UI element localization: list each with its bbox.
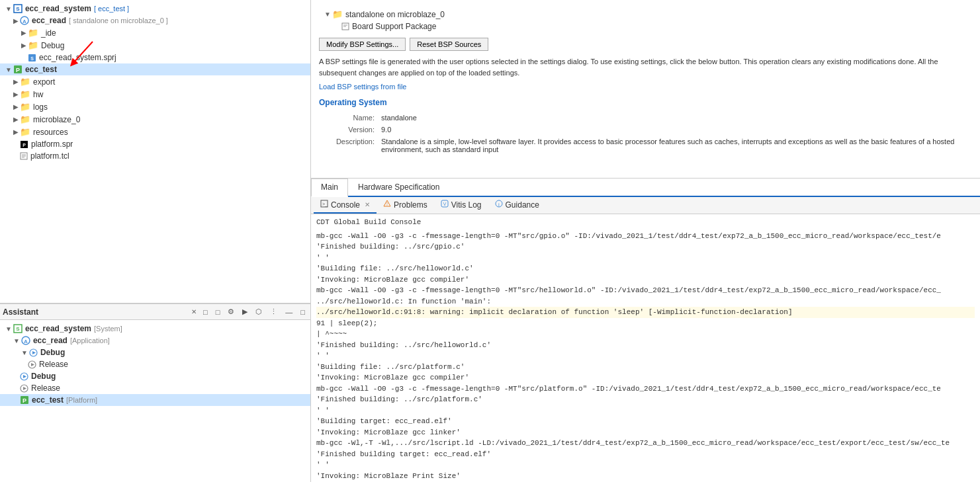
- tree-item-ide[interactable]: ▶ 📁 _ide: [0, 26, 310, 39]
- sprj-icon: S: [28, 54, 36, 62]
- tree-label: ecc_read_system: [25, 324, 91, 333]
- assistant-item-debug-build[interactable]: ▶ Debug: [0, 370, 310, 382]
- tab-main[interactable]: Main: [311, 179, 348, 197]
- console-close-icon[interactable]: ✕: [365, 201, 370, 208]
- expand-arrow[interactable]: ▶: [13, 78, 19, 85]
- bsp-tree-standalone[interactable]: ▼ 📁 standalone on microblaze_0: [322, 8, 972, 20]
- expand-arrow[interactable]: ▼: [21, 349, 28, 356]
- svg-marker-20: [32, 351, 36, 354]
- load-bsp-link[interactable]: Load BSP settings from file: [319, 83, 406, 91]
- settings-button[interactable]: ⚙: [225, 305, 237, 318]
- console-tab-guidance[interactable]: i Guidance: [488, 197, 546, 214]
- maximize-button[interactable]: □: [213, 306, 223, 318]
- os-title: Operating System: [319, 98, 972, 107]
- tree-label: microblaze_0: [33, 115, 80, 124]
- expand-arrow[interactable]: ▶: [21, 42, 26, 49]
- svg-text:A: A: [22, 19, 26, 24]
- tree-item-resources[interactable]: ▶ 📁 resources: [0, 126, 310, 138]
- tree-item-logs[interactable]: ▶ 📁 logs: [0, 100, 310, 113]
- tree-label: standalone on microblaze_0: [345, 10, 445, 19]
- console-tab-problems[interactable]: ! Problems: [377, 197, 434, 214]
- bsp-tree-bsp[interactable]: ▶ Board Support Package: [322, 20, 972, 32]
- tree-item-ecc-test[interactable]: ▼ P ecc_test: [0, 63, 310, 75]
- svg-text:!: !: [386, 202, 388, 206]
- assistant-item-debug-config[interactable]: ▼ Debug: [0, 346, 310, 358]
- assistant-item-release-build[interactable]: ▶ Release: [0, 382, 310, 394]
- expand-arrow[interactable]: ▶: [13, 103, 19, 110]
- platform-icon: P: [20, 395, 29, 405]
- restore-button[interactable]: □: [298, 306, 308, 318]
- folder-icon: 📁: [28, 40, 38, 50]
- minimize-button[interactable]: □: [200, 306, 210, 318]
- folder-icon: 📁: [20, 77, 30, 87]
- console-line: 'Building file: ../src/helloworld.c': [316, 263, 975, 274]
- close-tab-icon: ✕: [191, 308, 197, 315]
- tree-item-debug-folder[interactable]: ▶ 📁 Debug: [0, 39, 310, 52]
- svg-text:>_: >_: [322, 202, 328, 207]
- svg-text:V: V: [443, 202, 446, 206]
- console-tab-console[interactable]: >_ Console ✕: [314, 197, 377, 214]
- expand-arrow[interactable]: ▶: [13, 116, 19, 123]
- build-button[interactable]: ⬡: [253, 305, 265, 318]
- system-icon: S: [13, 4, 22, 13]
- name-value: standalone: [381, 112, 971, 123]
- explorer-section: ▼ S ecc_read_system [ ecc_test ] ▶ A ecc…: [0, 0, 310, 303]
- svg-text:S: S: [30, 56, 34, 60]
- expand-arrow[interactable]: ▼: [5, 325, 12, 333]
- assistant-item-app[interactable]: ▼ A ecc_read [Application]: [0, 335, 310, 346]
- tree-item-hw[interactable]: ▶ 📁 hw: [0, 88, 310, 100]
- expand-arrow[interactable]: ▼: [324, 11, 331, 18]
- desc-value: Standalone is a simple, low-level softwa…: [381, 136, 971, 155]
- svg-text:P: P: [16, 67, 20, 73]
- tree-label: export: [33, 77, 55, 87]
- tree-item-ecc-read-system[interactable]: ▼ S ecc_read_system [ ecc_test ]: [0, 3, 310, 15]
- tree-label: ecc_test: [32, 395, 64, 405]
- svg-text:i: i: [498, 202, 500, 208]
- expand-arrow[interactable]: ▶: [13, 17, 19, 24]
- file-icon: [20, 152, 28, 160]
- expand-arrow[interactable]: ▼: [13, 337, 20, 344]
- assistant-item-system[interactable]: ▼ S ecc_read_system [System]: [0, 323, 310, 335]
- folder-icon: 📁: [332, 9, 343, 19]
- tree-item-microblaze[interactable]: ▶ 📁 microblaze_0: [0, 113, 310, 126]
- console-line: ' ': [316, 253, 975, 264]
- tree-item-ecc-read[interactable]: ▶ A ecc_read [ standalone on microblaze_…: [0, 15, 310, 26]
- menu-button[interactable]: ⋮: [267, 305, 280, 318]
- console-tab-vitis-log[interactable]: V Vitis Log: [434, 197, 488, 214]
- tree-item-export[interactable]: ▶ 📁 export: [0, 75, 310, 88]
- bsp-buttons: Modify BSP Settings... Reset BSP Sources: [319, 38, 972, 51]
- tree-label: ecc_read: [33, 336, 67, 345]
- guidance-icon: i: [495, 200, 503, 210]
- tree-item-platform-tcl[interactable]: ▶ platform.tcl: [0, 150, 310, 162]
- folder-icon: 📁: [20, 89, 30, 99]
- collapse-button[interactable]: —: [283, 306, 295, 318]
- expand-arrow[interactable]: ▶: [13, 91, 19, 98]
- tree-label: Debug: [31, 372, 56, 381]
- os-info-table: Name: standalone Version: 9.0 Descriptio…: [319, 111, 972, 156]
- run-button[interactable]: ▶: [240, 305, 250, 318]
- tree-label: Debug: [40, 348, 65, 357]
- console-line: mb-gcc -Wall -O0 -g3 -c -fmessage-length…: [316, 231, 975, 242]
- assistant-item-platform[interactable]: ▶ P ecc_test [Platform]: [0, 394, 310, 406]
- project-icon: P: [13, 65, 22, 74]
- console-line: ../src/helloworld.c: In function 'main':: [316, 296, 975, 307]
- expand-arrow[interactable]: ▼: [5, 5, 12, 13]
- tab-hardware-spec[interactable]: Hardware Specification: [348, 179, 449, 196]
- expand-arrow[interactable]: ▶: [13, 128, 19, 136]
- expand-arrow[interactable]: ▶: [21, 29, 26, 36]
- release-build-icon: [20, 384, 28, 393]
- tree-item-sprj[interactable]: ▶ S ecc_read_system.sprj: [0, 52, 310, 63]
- svg-text:S: S: [16, 326, 20, 332]
- tree-item-platform-spr[interactable]: ▶ P platform.spr: [0, 138, 310, 150]
- vitis-tab-label: Vitis Log: [451, 200, 482, 210]
- tree-label: resources: [33, 128, 68, 137]
- reset-bsp-button[interactable]: Reset BSP Sources: [410, 38, 488, 51]
- tree-tag: [ ecc_test ]: [94, 5, 129, 13]
- expand-arrow[interactable]: ▼: [5, 66, 12, 73]
- guidance-tab-label: Guidance: [506, 200, 539, 210]
- modify-bsp-button[interactable]: Modify BSP Settings...: [319, 38, 406, 51]
- assistant-item-release-config[interactable]: ▶ Release: [0, 358, 310, 370]
- desc-label: Description:: [320, 136, 380, 155]
- debug-icon: [29, 348, 38, 357]
- console-icon: >_: [320, 200, 328, 210]
